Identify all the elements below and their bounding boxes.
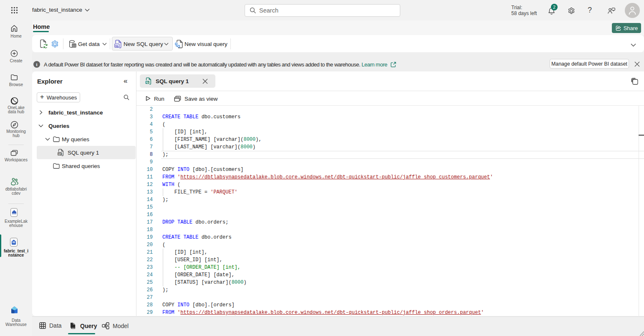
svg-text:SQL: SQL <box>146 81 149 84</box>
svg-text:SQL: SQL <box>58 153 62 155</box>
svg-text:SQL: SQL <box>115 45 119 47</box>
